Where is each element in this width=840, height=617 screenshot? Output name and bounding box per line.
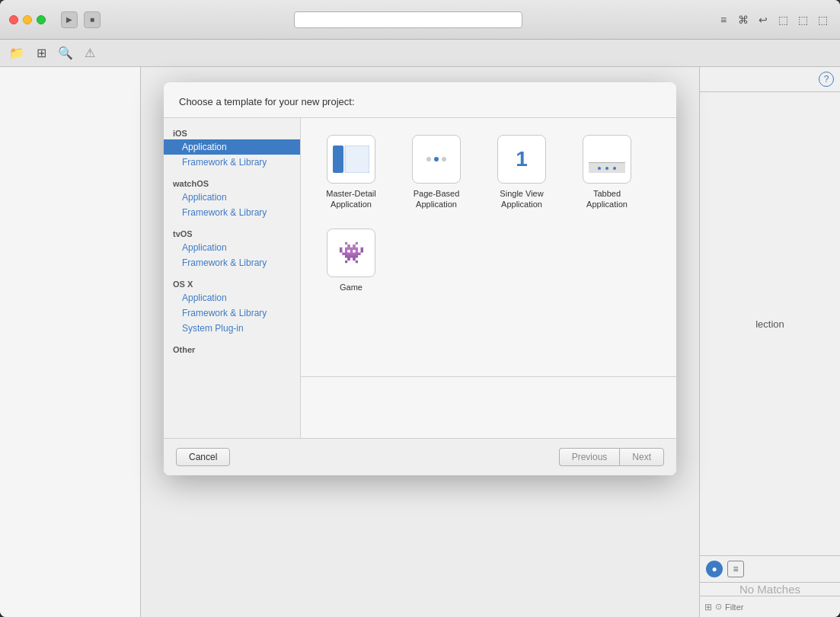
cancel-button[interactable]: Cancel [176,448,230,466]
search-icon[interactable]: 🔍 [56,44,75,62]
search-bar[interactable] [294,11,522,28]
inspector-circle-icon[interactable]: ● [706,561,723,577]
grid-icon[interactable]: ⊞ [32,44,50,62]
play-button[interactable]: ▶ [61,11,78,28]
dialog-header: Choose a template for your new project: [164,82,676,118]
number-one-icon: 1 [516,147,528,171]
tabbed-icon [583,135,631,184]
play-icon: ▶ [66,15,72,24]
assistant-icon[interactable]: ⬚ [794,11,811,28]
right-panel-middle: lection [700,92,840,555]
sidebar-item-osx-framework[interactable]: Framework & Library [164,305,300,321]
sidebar-item-ios-application[interactable]: Application [164,139,300,155]
minimize-button[interactable] [23,15,32,24]
game-icon: 👾 [327,229,375,277]
close-button[interactable] [9,15,18,24]
help-button[interactable]: ? [819,72,834,87]
sidebar-item-watchos-application[interactable]: Application [164,190,300,205]
dialog-body: iOS Application Framework & Library watc… [164,118,676,438]
filter-bar[interactable]: ⊞ ⊙ [700,596,840,617]
sidebar-item-tvos-framework[interactable]: Framework & Library [164,255,300,270]
previous-button[interactable]: Previous [559,448,620,466]
section-header-other: Other [164,340,300,356]
left-panel [0,67,141,617]
filter-input[interactable] [725,603,835,612]
no-matches-area: No Matches [700,583,840,596]
sidebar-item-ios-framework[interactable]: Framework & Library [164,155,300,170]
main-content: Choose a template for your new project: … [0,67,840,617]
sidebar-item-watchos-framework[interactable]: Framework & Library [164,205,300,220]
sidebar-item-osx-plugin[interactable]: System Plug-in [164,321,300,336]
sidebar-item-osx-application[interactable]: Application [164,290,300,305]
back-icon[interactable]: ↩ [755,11,771,28]
list-view-icon[interactable]: ≡ [715,11,732,28]
filter-grid-icon: ⊞ [704,602,712,612]
right-panel: ? lection ● ≡ No Matches ⊞ ⊙ [699,67,840,617]
toolbar-right-icons: ≡ ⌘ ↩ ⬚ ⬚ ⬚ [715,11,831,28]
single-view-icon: 1 [497,135,546,184]
single-view-label: Single ViewApplication [500,188,543,210]
new-project-dialog: Choose a template for your new project: … [164,82,676,475]
folder-icon[interactable]: 📁 [8,44,26,62]
version-icon[interactable]: ⬚ [814,11,831,28]
next-button[interactable]: Next [619,448,664,466]
page-based-label: Page-BasedApplication [414,188,460,210]
template-game[interactable]: 👾 Game [313,224,389,297]
maximize-button[interactable] [37,15,46,24]
inspector-square-icon[interactable]: ≡ [727,561,744,577]
section-header-watchos: watchOS [164,174,300,190]
section-header-tvos: tvOS [164,225,300,240]
template-master-detail[interactable]: Master-DetailApplication [313,130,389,215]
secondary-toolbar: 📁 ⊞ 🔍 ⚠ [0,40,840,67]
dialog-sidebar: iOS Application Framework & Library watc… [164,118,301,438]
link-icon[interactable]: ⌘ [735,11,752,28]
center-area: Choose a template for your new project: … [141,67,699,617]
stop-icon: ■ [90,15,94,24]
svg-rect-1 [345,145,369,173]
dialog-footer: Cancel Previous Next [164,438,676,475]
master-detail-icon [327,135,375,184]
templates-grid: Master-DetailApplication [301,118,676,377]
dialog-content: Master-DetailApplication [301,118,676,438]
page-based-icon [412,135,461,184]
tabbed-label: TabbedApplication [586,188,628,210]
template-single-view[interactable]: 1 Single ViewApplication [484,130,560,215]
stop-button[interactable]: ■ [84,11,101,28]
dialog-overlay: Choose a template for your new project: … [141,67,699,617]
lection-text: lection [749,312,790,336]
inspector-icon[interactable]: ⬚ [775,11,791,28]
template-description-area [301,377,676,438]
traffic-lights [9,15,46,24]
svg-rect-0 [333,145,343,173]
title-bar: ▶ ■ ≡ ⌘ ↩ ⬚ ⬚ ⬚ [0,0,840,40]
template-page-based[interactable]: Page-BasedApplication [398,130,474,215]
master-detail-label: Master-DetailApplication [326,188,375,210]
sidebar-item-tvos-application[interactable]: Application [164,240,300,255]
warning-icon[interactable]: ⚠ [81,44,99,62]
nav-buttons: Previous Next [559,448,664,466]
mac-window: ▶ ■ ≡ ⌘ ↩ ⬚ ⬚ ⬚ 📁 ⊞ 🔍 ⚠ [0,0,840,617]
section-header-ios: iOS [164,124,300,139]
game-sprite-icon: 👾 [338,240,365,265]
template-tabbed[interactable]: TabbedApplication [569,130,645,215]
game-label: Game [340,282,363,293]
no-matches-text: No Matches [739,583,800,596]
filter-circle-icon: ⊙ [715,602,722,612]
section-header-osx: OS X [164,275,300,290]
dialog-title: Choose a template for your new project: [179,96,355,107]
